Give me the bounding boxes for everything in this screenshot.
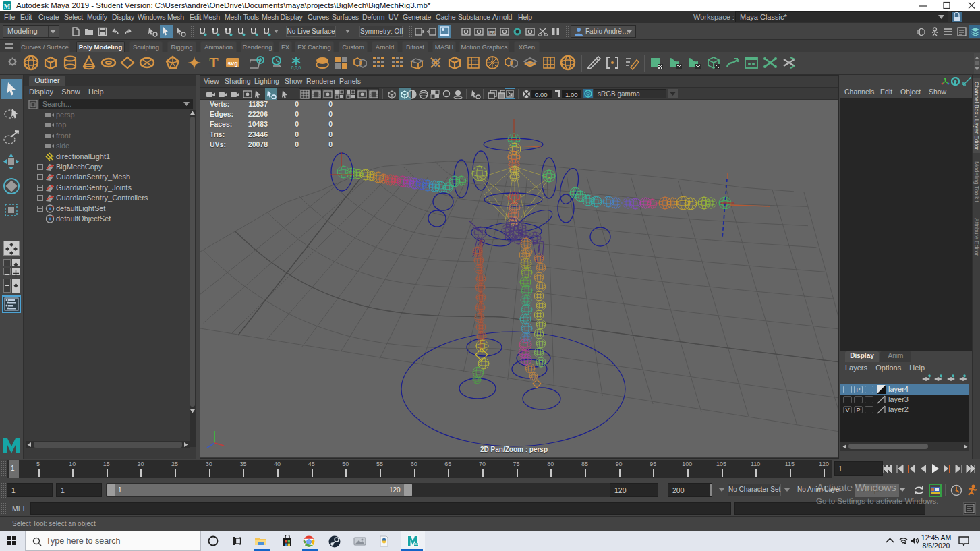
svg-text:svg: svg <box>227 60 238 67</box>
svg-text:MAYA: MAYA <box>413 543 419 546</box>
svg-text:M: M <box>4 3 11 10</box>
svg-text:T: T <box>209 55 219 70</box>
svg-text:0,0,0: 0,0,0 <box>291 65 301 70</box>
svg-text:IPR: IPR <box>488 30 496 34</box>
